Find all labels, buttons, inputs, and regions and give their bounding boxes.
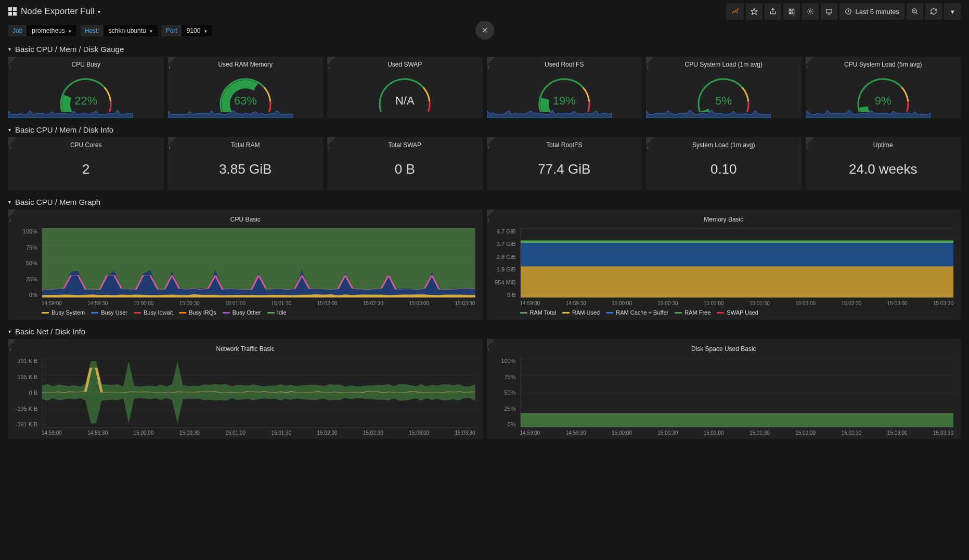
panel-title: CPU Busy (8, 57, 164, 70)
gauge-value: N/A (395, 94, 415, 108)
graph-panel[interactable]: i Network Traffic Basic 391 KiB195 KiB0 … (8, 339, 483, 439)
svg-rect-1 (13, 7, 17, 11)
panel-info-corner[interactable]: i (487, 137, 495, 146)
legend-item[interactable]: RAM Free (675, 309, 710, 316)
y-axis-labels: 391 KiB195 KiB0 B-195 KiB-391 KiB (14, 358, 40, 427)
save-button[interactable] (783, 3, 800, 20)
refresh-interval-button[interactable]: ▾ (944, 3, 961, 20)
svg-rect-6 (826, 9, 832, 13)
svg-rect-3 (13, 12, 17, 16)
legend: RAM TotalRAM UsedRAM Cache + BufferRAM F… (492, 306, 956, 317)
share-button[interactable] (765, 3, 781, 20)
svg-rect-2 (8, 12, 12, 16)
gauge-panel[interactable]: i CPU System Load (5m avg) 9% (806, 57, 961, 118)
var-port-value[interactable]: 9100 (182, 25, 212, 36)
stat-panel[interactable]: i Total SWAP 0 B (327, 137, 483, 190)
graph-panel[interactable]: i Disk Space Used Basic 100%75%50%25%0% … (487, 339, 961, 439)
panel-info-corner[interactable]: i (327, 57, 335, 65)
star-button[interactable] (746, 3, 763, 20)
row-header-net[interactable]: ▾ Basic Net / Disk Info (0, 323, 969, 339)
var-host: Host: schkn-ubuntu (81, 25, 158, 36)
panel-info-corner[interactable]: i (168, 137, 176, 146)
panel-title: CPU System Load (5m avg) (806, 57, 961, 70)
row-header-info[interactable]: ▾ Basic CPU / Mem / Disk Info (0, 121, 969, 137)
legend-item[interactable]: SWAP Used (717, 309, 758, 316)
x-axis-labels: 14:59:0014:59:3015:00:0015:00:3015:01:00… (42, 430, 475, 436)
var-host-value[interactable]: schkn-ubuntu (104, 25, 158, 36)
panel-info-corner[interactable]: i (8, 210, 17, 218)
dashboard-icon (8, 7, 17, 16)
panel-info-corner[interactable]: i (806, 137, 814, 146)
svg-rect-10 (521, 266, 954, 297)
panel-title: CPU Cores (8, 137, 164, 151)
gauge-panel[interactable]: i Used RAM Memory 63% (168, 57, 324, 118)
dashboard-title: Node Exporter Full (21, 6, 95, 17)
var-job-value[interactable]: prometheus (27, 25, 76, 36)
svg-rect-11 (521, 242, 954, 267)
panel-info-corner[interactable]: i (327, 137, 335, 146)
legend-item[interactable]: Busy Iowait (134, 309, 173, 316)
panel-info-corner[interactable]: i (806, 57, 814, 65)
var-host-label: Host: (81, 25, 104, 36)
legend-item[interactable]: RAM Cache + Buffer (606, 309, 668, 316)
legend-item[interactable]: RAM Used (562, 309, 600, 316)
panel-info-corner[interactable]: i (8, 57, 17, 65)
plot-area[interactable] (520, 358, 954, 427)
gauge-panel[interactable]: i CPU System Load (1m avg) 5% (646, 57, 802, 118)
legend-item[interactable]: RAM Total (520, 309, 557, 316)
legend-item[interactable]: Busy Other (223, 309, 261, 316)
stat-panel[interactable]: i Total RootFS 77.4 GiB (487, 137, 642, 190)
gauge-panel[interactable]: i Used Root FS 19% (487, 57, 642, 118)
panel-info-corner[interactable]: i (8, 137, 17, 146)
chevron-down-icon: ▾ (98, 9, 100, 15)
var-port: Port 9100 (162, 25, 212, 36)
var-port-label: Port (162, 25, 182, 36)
panel-title: Total SWAP (327, 137, 483, 151)
panel-title: Total RootFS (487, 137, 642, 151)
gauge-panel[interactable]: i Used SWAP N/A (327, 57, 483, 118)
time-range-label: Last 5 minutes (855, 8, 899, 16)
graph-panel[interactable]: i Memory Basic 4.7 GiB3.7 GiB2.8 GiB1.9 … (487, 210, 961, 320)
legend: Busy SystemBusy UserBusy IowaitBusy IRQs… (14, 306, 477, 317)
legend-item[interactable]: Busy System (42, 309, 85, 316)
cycle-view-button[interactable] (821, 3, 837, 20)
panel-info-corner[interactable]: i (8, 339, 17, 347)
panel-info-corner[interactable]: i (487, 339, 495, 347)
panel-title: System Load (1m avg) (646, 137, 802, 151)
chevron-down-icon: ▾ (8, 199, 11, 205)
panel-info-corner[interactable]: i (168, 57, 176, 65)
close-button[interactable] (475, 21, 494, 40)
row-header-gauge[interactable]: ▾ Basic CPU / Mem / Disk Gauge (0, 41, 969, 57)
settings-button[interactable] (802, 3, 819, 20)
stat-panel[interactable]: i Total RAM 3.85 GiB (168, 137, 324, 190)
panel-info-corner[interactable]: i (487, 57, 495, 65)
panel-info-corner[interactable]: i (487, 210, 495, 218)
plot-area[interactable] (42, 358, 475, 427)
row-title: Basic Net / Disk Info (15, 327, 85, 336)
stat-value: 24.0 weeks (806, 151, 961, 190)
panel-title: Used RAM Memory (168, 57, 324, 70)
add-panel-button[interactable] (726, 3, 744, 20)
plot-area[interactable] (42, 228, 475, 298)
refresh-button[interactable] (925, 3, 942, 20)
legend-item[interactable]: Idle (267, 309, 287, 316)
plot-area[interactable] (520, 228, 954, 298)
panel-info-corner[interactable]: i (646, 137, 654, 146)
stat-panel[interactable]: i System Load (1m avg) 0.10 (646, 137, 802, 190)
panel-info-corner[interactable]: i (646, 57, 654, 65)
svg-marker-4 (752, 8, 758, 15)
time-range-button[interactable]: Last 5 minutes (839, 3, 905, 20)
row-title: Basic CPU / Mem / Disk Gauge (15, 45, 124, 54)
svg-rect-0 (8, 7, 12, 11)
svg-rect-15 (521, 414, 954, 427)
stat-panel[interactable]: i CPU Cores 2 (8, 137, 164, 190)
row-header-graph[interactable]: ▾ Basic CPU / Mem Graph (0, 193, 969, 210)
legend-item[interactable]: Busy User (91, 309, 127, 316)
legend-item[interactable]: Busy IRQs (179, 309, 216, 316)
graph-panel[interactable]: i CPU Basic 100%75%50%25%0% 14:59:0014:5… (8, 210, 483, 320)
zoom-out-button[interactable] (907, 3, 923, 20)
gauge-panel[interactable]: i CPU Busy 22% (8, 57, 164, 118)
stat-panel[interactable]: i Uptime 24.0 weeks (806, 137, 961, 190)
y-axis-labels: 4.7 GiB3.7 GiB2.8 GiB1.9 GiB954 MiB0 B (492, 228, 518, 298)
dashboard-title-dropdown[interactable]: Node Exporter Full ▾ (21, 6, 100, 17)
